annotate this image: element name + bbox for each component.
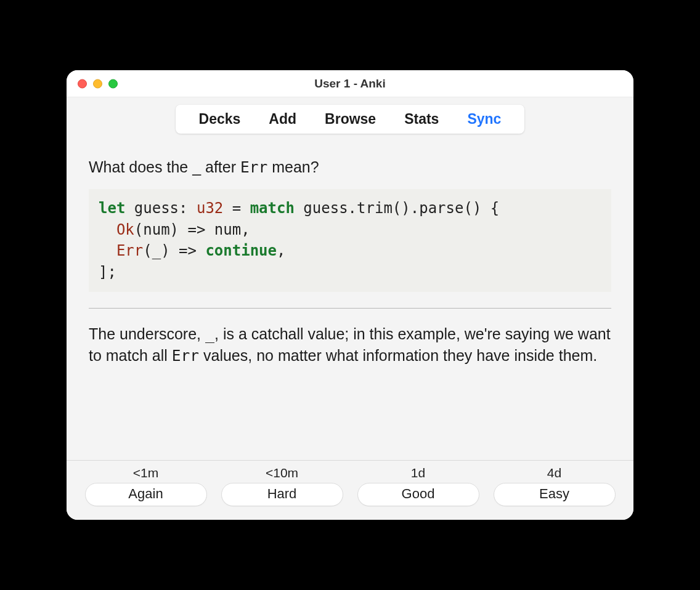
toolbar-stats[interactable]: Stats: [404, 111, 439, 127]
code-text: guess:: [125, 200, 197, 217]
code-text: =: [223, 200, 250, 217]
code-keyword-let: let: [99, 200, 125, 217]
code-text: (num) => num,: [134, 221, 250, 238]
code-enum-err: Err: [116, 242, 143, 259]
again-button[interactable]: Again: [85, 483, 207, 506]
code-block: let guess: u32 = match guess.trim().pars…: [89, 189, 611, 292]
toolbar-sync[interactable]: Sync: [467, 111, 501, 127]
answer-col-easy: 4d Easy: [492, 466, 616, 506]
close-icon[interactable]: [78, 79, 87, 88]
answer-underscore: _: [205, 325, 214, 343]
card-question: What does the _ after Err mean?: [89, 157, 611, 178]
question-text: after: [201, 158, 240, 176]
answer-time: 4d: [547, 466, 561, 480]
code-text: ,: [277, 242, 285, 259]
toolbar-wrap: Decks Add Browse Stats Sync: [67, 97, 633, 145]
code-text: ];: [99, 264, 116, 281]
toolbar-decks[interactable]: Decks: [199, 111, 241, 127]
traffic-lights: [78, 79, 118, 88]
code-keyword-continue: continue: [205, 242, 277, 259]
window-title: User 1 - Anki: [314, 77, 385, 91]
code-type-u32: u32: [197, 200, 223, 217]
code-text: (_) =>: [143, 242, 205, 259]
answer-time: 1d: [411, 466, 425, 480]
card-divider: [89, 308, 611, 309]
question-text: mean?: [267, 158, 319, 176]
answer-code: Err: [172, 347, 199, 365]
code-text: [99, 242, 116, 259]
question-code: Err: [240, 158, 267, 176]
question-underscore: _: [192, 158, 201, 176]
zoom-icon[interactable]: [108, 79, 118, 88]
card-area: What does the _ after Err mean? let gues…: [67, 145, 633, 460]
anki-window: User 1 - Anki Decks Add Browse Stats Syn…: [67, 70, 633, 520]
easy-button[interactable]: Easy: [494, 483, 616, 506]
toolbar-browse[interactable]: Browse: [325, 111, 376, 127]
answer-row: <1m Again <10m Hard 1d Good 4d Easy: [84, 466, 616, 506]
answer-col-again: <1m Again: [84, 466, 208, 506]
code-enum-ok: Ok: [116, 221, 134, 238]
answer-bar: <1m Again <10m Hard 1d Good 4d Easy: [67, 460, 633, 520]
answer-time: <1m: [133, 466, 158, 480]
toolbar-add[interactable]: Add: [269, 111, 296, 127]
good-button[interactable]: Good: [357, 483, 479, 506]
titlebar: User 1 - Anki: [67, 70, 633, 97]
answer-col-hard: <10m Hard: [220, 466, 344, 506]
card-answer: The underscore, _, is a catchall value; …: [89, 323, 611, 367]
answer-text: The underscore,: [89, 325, 205, 342]
code-keyword-match: match: [250, 200, 295, 217]
answer-col-good: 1d Good: [356, 466, 480, 506]
answer-time: <10m: [266, 466, 298, 480]
answer-text: values, no matter what information they …: [199, 347, 597, 364]
minimize-icon[interactable]: [93, 79, 102, 88]
code-text: guess.trim().parse() {: [295, 200, 499, 217]
hard-button[interactable]: Hard: [221, 483, 343, 506]
question-text: What does the: [89, 158, 192, 176]
toolbar: Decks Add Browse Stats Sync: [176, 105, 525, 134]
code-text: [99, 221, 116, 238]
